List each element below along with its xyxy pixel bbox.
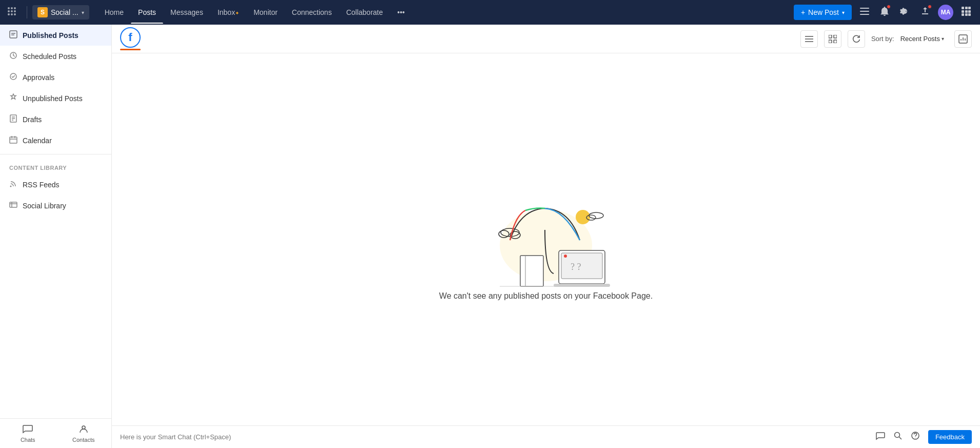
svg-point-54 — [576, 210, 590, 224]
svg-point-1 — [11, 7, 13, 9]
brand-name: Social ... — [51, 8, 79, 16]
svg-rect-21 — [10, 31, 17, 38]
svg-line-66 — [899, 437, 901, 440]
svg-rect-9 — [860, 8, 869, 9]
sort-selector[interactable]: Recent Posts ▾ — [900, 35, 944, 43]
sidebar-item-approvals[interactable]: Approvals — [0, 67, 111, 88]
nav-home[interactable]: Home — [97, 1, 131, 24]
smart-chat-input[interactable] — [120, 433, 876, 441]
list-view-button[interactable] — [800, 30, 818, 48]
brand-switcher[interactable]: S Social ... ▾ — [32, 5, 89, 20]
calendar-icon — [9, 135, 17, 145]
notifications-button[interactable] — [877, 4, 892, 22]
svg-rect-42 — [829, 35, 832, 38]
refresh-button[interactable] — [848, 30, 865, 48]
svg-rect-45 — [834, 40, 837, 43]
nav-divider — [27, 6, 27, 18]
spark-icon: ✦ — [235, 10, 239, 16]
sidebar-item-scheduled-posts[interactable]: Scheduled Posts — [0, 46, 111, 67]
nav-collaborate[interactable]: Collaborate — [339, 1, 390, 24]
sidebar-label-calendar: Calendar — [23, 137, 52, 145]
sidebar-item-published-posts[interactable]: Published Posts — [0, 25, 111, 46]
feedback-button[interactable]: Feedback — [928, 430, 972, 444]
tab-underline — [120, 49, 141, 50]
svg-rect-11 — [860, 14, 869, 15]
sidebar-bottom: Chats Contacts — [0, 418, 111, 448]
svg-rect-12 — [962, 7, 964, 9]
help-button[interactable] — [911, 431, 920, 443]
svg-rect-58 — [561, 253, 602, 279]
nav-connections[interactable]: Connections — [285, 1, 339, 24]
bottom-bar-actions: Feedback — [876, 430, 972, 444]
settings-button[interactable] — [897, 4, 912, 22]
grid-view-button[interactable] — [824, 30, 841, 48]
svg-rect-43 — [834, 35, 837, 38]
facebook-icon: f — [128, 31, 132, 44]
svg-rect-19 — [965, 13, 968, 16]
chats-label: Chats — [21, 437, 35, 443]
sidebar-label-unpublished-posts: Unpublished Posts — [23, 94, 83, 103]
share-button[interactable] — [917, 4, 933, 22]
svg-rect-13 — [965, 7, 968, 9]
avatar[interactable]: MA — [938, 5, 953, 20]
nav-inbox[interactable]: Inbox✦ — [210, 1, 246, 24]
sidebar-label-rss-feeds: RSS Feeds — [23, 181, 60, 189]
unpublished-posts-icon — [9, 93, 17, 103]
nav-more[interactable]: ••• — [390, 1, 412, 24]
approvals-icon — [9, 72, 17, 82]
content-area: f — [112, 25, 980, 448]
svg-point-8 — [14, 13, 16, 15]
new-post-button[interactable]: + New Post ▾ — [794, 5, 852, 20]
sort-value: Recent Posts — [900, 35, 940, 43]
svg-rect-14 — [968, 7, 971, 9]
svg-rect-35 — [10, 202, 17, 207]
search-button[interactable] — [893, 431, 903, 443]
nav-monitor[interactable]: Monitor — [246, 1, 285, 24]
sidebar-label-social-library: Social Library — [23, 202, 66, 210]
empty-illustration: ? ? — [469, 179, 623, 291]
menu-icon-button[interactable] — [857, 4, 872, 21]
sidebar-item-rss-feeds[interactable]: RSS Feeds — [0, 174, 111, 195]
content-header: f — [112, 25, 980, 53]
sidebar-chats[interactable]: Chats — [0, 419, 56, 448]
svg-rect-10 — [860, 11, 869, 12]
top-navigation: S Social ... ▾ Home Posts Messages Inbox… — [0, 0, 980, 25]
app-logo — [6, 6, 17, 20]
svg-point-60 — [564, 255, 567, 258]
analytics-button[interactable] — [954, 30, 972, 48]
nav-posts[interactable]: Posts — [131, 1, 163, 24]
svg-rect-15 — [962, 10, 964, 13]
rss-icon — [9, 180, 17, 189]
sidebar-contacts[interactable]: Contacts — [56, 419, 112, 448]
sidebar-item-unpublished-posts[interactable]: Unpublished Posts — [0, 88, 111, 109]
svg-rect-17 — [968, 10, 971, 13]
nav-messages[interactable]: Messages — [163, 1, 210, 24]
share-badge — [928, 5, 932, 9]
new-post-label: New Post — [808, 8, 839, 16]
sidebar-label-published-posts: Published Posts — [23, 31, 79, 40]
svg-point-34 — [10, 186, 12, 187]
sidebar-item-calendar[interactable]: Calendar — [0, 130, 111, 151]
svg-point-55 — [589, 212, 603, 219]
main-layout: Published Posts Scheduled Posts Approval… — [0, 25, 980, 448]
facebook-tab[interactable]: f — [120, 27, 141, 48]
sidebar-label-approvals: Approvals — [23, 73, 54, 82]
apps-grid-button[interactable] — [958, 4, 974, 22]
svg-rect-44 — [829, 40, 832, 43]
contacts-icon — [79, 424, 89, 435]
svg-rect-20 — [968, 13, 971, 16]
svg-point-6 — [8, 13, 10, 15]
svg-rect-18 — [962, 13, 964, 16]
contacts-label: Contacts — [72, 437, 94, 443]
sidebar-item-drafts[interactable]: Drafts — [0, 109, 111, 130]
svg-point-0 — [8, 7, 10, 9]
sidebar-item-social-library[interactable]: Social Library — [0, 195, 111, 216]
svg-point-4 — [11, 10, 13, 12]
chat-history-button[interactable] — [876, 431, 885, 443]
svg-point-68 — [915, 438, 915, 438]
scheduled-posts-icon — [9, 51, 17, 61]
main-nav: Home Posts Messages Inbox✦ Monitor Conne… — [97, 1, 794, 24]
svg-point-3 — [8, 10, 10, 12]
sidebar-label-scheduled-posts: Scheduled Posts — [23, 52, 76, 61]
brand-chevron-icon: ▾ — [82, 10, 84, 15]
